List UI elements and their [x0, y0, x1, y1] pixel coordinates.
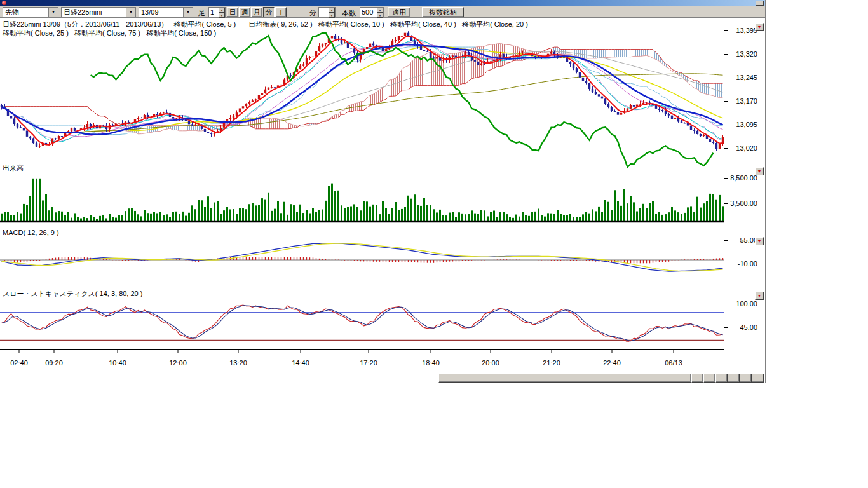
- spin-down-icon[interactable]: ▼: [219, 13, 225, 18]
- app-icon: [2, 1, 6, 5]
- ashi-spinner: ▲▼: [219, 8, 225, 17]
- spin-up-icon[interactable]: ▲: [219, 8, 225, 13]
- window-titlebar[interactable]: [0, 0, 765, 6]
- bars-spinner: ▲▼: [377, 8, 383, 17]
- multi-symbol-button[interactable]: 複数銘柄: [422, 7, 464, 17]
- bottom-toolbar-button-3[interactable]: [715, 374, 728, 383]
- stochastics-panel-label: スロー・ストキャスティクス( 14, 3, 80, 20 ): [3, 289, 142, 299]
- stochastics-panel-menu-button[interactable]: ▼: [755, 292, 764, 300]
- price-axis-label: 13,320: [728, 50, 757, 58]
- time-axis-label: 06/13: [665, 359, 682, 367]
- time-axis-label: 14:40: [292, 359, 309, 367]
- time-axis-label: 12:00: [169, 359, 187, 367]
- minute-input[interactable]: ▲▼: [318, 7, 336, 17]
- bars-label: 本数: [342, 8, 356, 18]
- time-axis-label: 17:20: [360, 359, 377, 367]
- chart-legend-line1: 日経225mini 13/09（5分，2013/06/11 - 2013/06/…: [3, 20, 528, 29]
- price-axis-label: 13,395: [728, 27, 757, 34]
- macd-axis-label: 55.00: [728, 236, 757, 244]
- minute-input-value[interactable]: [319, 8, 329, 17]
- main-toolbar: 先物 ▼ 日経225mini ▼ 13/09 ▼ 足 1 ▲▼ 日 週 月 分 …: [0, 6, 765, 18]
- scrollbar-thumb[interactable]: [438, 374, 691, 383]
- macd-panel-label: MACD( 12, 26, 9 ): [3, 229, 59, 236]
- chevron-down-icon[interactable]: ▼: [48, 8, 58, 17]
- spin-down-icon[interactable]: ▼: [329, 13, 335, 18]
- ashi-label: 足: [198, 8, 205, 18]
- stochastics-axis-label: 45.00: [728, 323, 757, 331]
- chart-legend-line2: 移動平均( Close, 25 ) 移動平均( Close, 75 ) 移動平均…: [3, 29, 216, 37]
- bottom-toolbar-button-1[interactable]: [691, 374, 703, 383]
- period-week-button[interactable]: 週: [239, 7, 250, 17]
- time-axis-label: 13:20: [229, 359, 247, 367]
- chart-plot-area[interactable]: [0, 18, 724, 383]
- chart-application-window: 先物 ▼ 日経225mini ▼ 13/09 ▼ 足 1 ▲▼ 日 週 月 分 …: [0, 0, 766, 383]
- bars-input-value[interactable]: 500: [360, 8, 377, 17]
- spin-up-icon[interactable]: ▲: [329, 8, 335, 13]
- market-select-value: 先物: [3, 8, 48, 17]
- time-axis-label: 02:40: [10, 359, 28, 367]
- volume-axis-label: 3,500.00: [728, 200, 757, 207]
- spin-up-icon[interactable]: ▲: [377, 8, 383, 13]
- volume-axis-label: 8,500.00: [728, 174, 757, 182]
- time-axis-label: 18:40: [422, 359, 440, 367]
- price-panel-menu-button[interactable]: ▼: [755, 23, 764, 31]
- volume-panel-menu-button[interactable]: ▼: [755, 167, 764, 175]
- price-axis-label: 13,095: [728, 121, 757, 128]
- contract-select-value: 13/09: [139, 8, 183, 17]
- time-axis-label: 09:20: [45, 359, 63, 367]
- price-axis-label: 13,245: [728, 74, 757, 81]
- chevron-down-icon[interactable]: ▼: [126, 8, 135, 17]
- symbol-select[interactable]: 日経225mini ▼: [61, 7, 136, 17]
- macd-axis-label: -10.00: [728, 260, 757, 268]
- stochastics-axis-label: 100.00: [728, 300, 757, 308]
- time-axis-label: 22:40: [603, 359, 621, 367]
- bottom-toolbar-button-2[interactable]: [703, 374, 715, 383]
- minute-spinner: ▲▼: [329, 8, 335, 17]
- period-minute-button[interactable]: 分: [263, 7, 275, 17]
- time-axis-label: 21:20: [543, 359, 560, 367]
- volume-panel-label: 出来高: [3, 163, 24, 173]
- ashi-input-value[interactable]: 1: [209, 8, 219, 17]
- price-axis-label: 13,020: [728, 144, 757, 152]
- period-day-button[interactable]: 日: [227, 7, 238, 17]
- time-axis-label: 10:40: [109, 359, 126, 367]
- market-select[interactable]: 先物 ▼: [3, 7, 58, 17]
- bottom-toolbar-button-4[interactable]: [728, 374, 740, 383]
- macd-panel-menu-button[interactable]: ▼: [755, 237, 764, 245]
- spin-down-icon[interactable]: ▼: [377, 13, 383, 18]
- ashi-input[interactable]: 1 ▲▼: [208, 7, 226, 17]
- symbol-select-value: 日経225mini: [62, 8, 126, 17]
- bottom-toolbar-button-6[interactable]: [752, 374, 764, 383]
- minute-label: 分: [309, 8, 316, 18]
- price-axis-label: 13,170: [728, 97, 757, 105]
- bars-input[interactable]: 500 ▲▼: [360, 7, 384, 17]
- bottom-toolbar-button-5[interactable]: [740, 374, 752, 383]
- window-buttons[interactable]: [756, 1, 764, 6]
- chevron-down-icon[interactable]: ▼: [183, 8, 193, 17]
- contract-select[interactable]: 13/09 ▼: [139, 7, 193, 17]
- period-tick-button[interactable]: T: [275, 7, 287, 17]
- period-month-button[interactable]: 月: [251, 7, 262, 17]
- time-axis-label: 20:00: [482, 359, 499, 367]
- apply-button[interactable]: 適用: [388, 7, 410, 17]
